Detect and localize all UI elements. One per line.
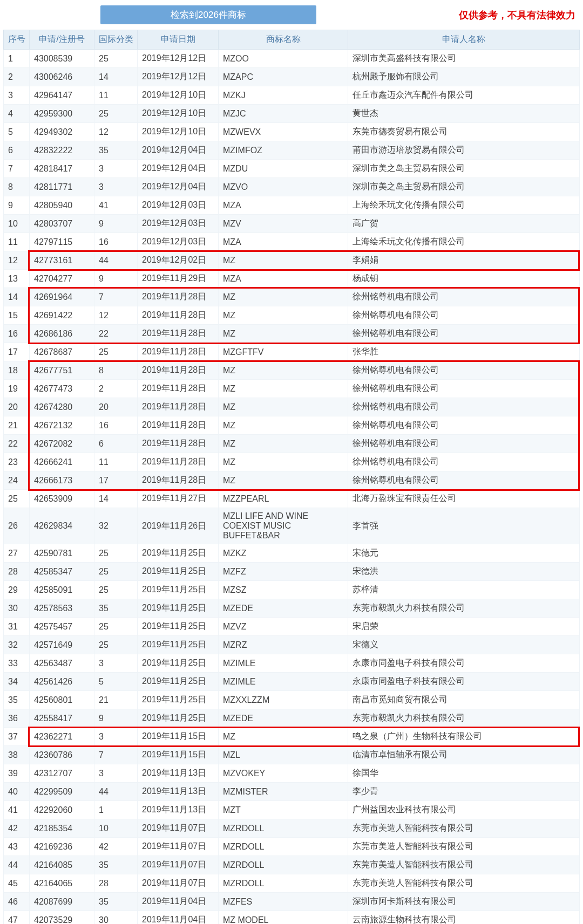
cell-name[interactable]: MZ [219, 306, 348, 325]
cell-name[interactable]: MZVO [219, 178, 348, 196]
cell-name[interactable]: MZEDE [219, 599, 348, 618]
cell-reg[interactable]: 42704277 [30, 270, 94, 288]
cell-name[interactable]: MZOO [219, 50, 348, 68]
cell-reg[interactable]: 42360786 [30, 746, 94, 764]
col-seq[interactable]: 序号 [4, 30, 30, 50]
cell-name[interactable]: MZT [219, 801, 348, 819]
cell-name[interactable]: MZFES [219, 893, 348, 911]
cell-name[interactable]: MZFZ [219, 563, 348, 581]
cell-reg[interactable]: 42811771 [30, 178, 94, 196]
cell-name[interactable]: MZKJ [219, 86, 348, 105]
cell-reg[interactable]: 42691964 [30, 288, 94, 306]
cell-reg[interactable]: 42677751 [30, 361, 94, 380]
cell-reg[interactable]: 42803707 [30, 215, 94, 233]
cell-name[interactable]: MZAPC [219, 68, 348, 86]
cell-reg[interactable]: 42818417 [30, 160, 94, 178]
cell-reg[interactable]: 42590781 [30, 544, 94, 563]
cell-reg[interactable]: 42674280 [30, 398, 94, 416]
cell-name[interactable]: MZGFTFV [219, 343, 348, 361]
cell-reg[interactable]: 42832222 [30, 141, 94, 160]
col-date[interactable]: 申请日期 [138, 30, 219, 50]
cell-name[interactable]: MZEDE [219, 709, 348, 728]
cell-reg[interactable]: 42164085 [30, 856, 94, 874]
cell-name[interactable]: MZA [219, 196, 348, 215]
cell-name[interactable]: MZRDOLL [219, 874, 348, 893]
col-cls[interactable]: 国际分类 [94, 30, 138, 50]
cell-reg[interactable]: 42672132 [30, 416, 94, 435]
cell-name[interactable]: MZJC [219, 105, 348, 123]
cell-reg[interactable]: 42691422 [30, 306, 94, 325]
cell-reg[interactable]: 42964147 [30, 86, 94, 105]
cell-name[interactable]: MZDU [219, 160, 348, 178]
cell-reg[interactable]: 42686186 [30, 325, 94, 343]
col-owner[interactable]: 申请人名称 [348, 30, 580, 50]
cell-name[interactable]: MZIMLE [219, 654, 348, 673]
cell-name[interactable]: MZLI LIFE AND WINE COEXIST MUSIC BUFFET&… [219, 508, 348, 544]
cell-reg[interactable]: 42949302 [30, 123, 94, 141]
cell-name[interactable]: MZXXLZZM [219, 691, 348, 709]
cell-reg[interactable]: 42629834 [30, 508, 94, 544]
cell-name[interactable]: MZA [219, 233, 348, 251]
cell-reg[interactable]: 42672082 [30, 435, 94, 453]
cell-name[interactable]: MZ [219, 453, 348, 471]
cell-reg[interactable]: 42585091 [30, 581, 94, 599]
cell-reg[interactable]: 42312707 [30, 764, 94, 783]
cell-reg[interactable]: 42299509 [30, 783, 94, 801]
cell-name[interactable]: MZ [219, 361, 348, 380]
cell-reg[interactable]: 42797115 [30, 233, 94, 251]
cell-reg[interactable]: 42666173 [30, 471, 94, 490]
cell-reg[interactable]: 42164065 [30, 874, 94, 893]
cell-name[interactable]: MZKZ [219, 544, 348, 563]
col-name[interactable]: 商标名称 [219, 30, 348, 50]
cell-reg[interactable]: 42585347 [30, 563, 94, 581]
cell-name[interactable]: MZ [219, 728, 348, 746]
cell-name[interactable]: MZ [219, 380, 348, 398]
cell-name[interactable]: MZ [219, 471, 348, 490]
cell-reg[interactable]: 42362271 [30, 728, 94, 746]
cell-reg[interactable]: 42185354 [30, 819, 94, 838]
cell-reg[interactable]: 42561426 [30, 673, 94, 691]
cell-name[interactable]: MZSZ [219, 581, 348, 599]
cell-reg[interactable]: 43008539 [30, 50, 94, 68]
cell-name[interactable]: MZ [219, 398, 348, 416]
cell-reg[interactable]: 42578563 [30, 599, 94, 618]
cell-name[interactable]: MZRDOLL [219, 856, 348, 874]
cell-name[interactable]: MZWEVX [219, 123, 348, 141]
cell-name[interactable]: MZV [219, 215, 348, 233]
cell-name[interactable]: MZVZ [219, 618, 348, 636]
cell-name[interactable]: MZ [219, 325, 348, 343]
cell-reg[interactable]: 42677473 [30, 380, 94, 398]
cell-reg[interactable]: 42666241 [30, 453, 94, 471]
cell-reg[interactable]: 42959300 [30, 105, 94, 123]
cell-reg[interactable]: 42560801 [30, 691, 94, 709]
cell-name[interactable]: MZRDOLL [219, 819, 348, 838]
cell-name[interactable]: MZ [219, 288, 348, 306]
cell-name[interactable]: MZZPEARL [219, 490, 348, 508]
cell-reg[interactable]: 43006246 [30, 68, 94, 86]
cell-name[interactable]: MZ [219, 435, 348, 453]
cell-reg[interactable]: 42571649 [30, 636, 94, 654]
cell-name[interactable]: MZ [219, 251, 348, 270]
cell-name[interactable]: MZRZ [219, 636, 348, 654]
cell-reg[interactable]: 42653909 [30, 490, 94, 508]
cell-name[interactable]: MZVOKEY [219, 764, 348, 783]
cell-name[interactable]: MZ MODEL [219, 911, 348, 925]
cell-name[interactable]: MZL [219, 746, 348, 764]
cell-name[interactable]: MZIMLE [219, 673, 348, 691]
cell-name[interactable]: MZ [219, 416, 348, 435]
cell-reg[interactable]: 42558417 [30, 709, 94, 728]
cell-reg[interactable]: 42087699 [30, 893, 94, 911]
cell-reg[interactable]: 42073529 [30, 911, 94, 925]
cell-reg[interactable]: 42292060 [30, 801, 94, 819]
cell-reg[interactable]: 42563487 [30, 654, 94, 673]
cell-name[interactable]: MZA [219, 270, 348, 288]
cell-reg[interactable]: 42678687 [30, 343, 94, 361]
cell-name[interactable]: MZIMFOZ [219, 141, 348, 160]
cell-reg[interactable]: 42169236 [30, 838, 94, 856]
col-reg[interactable]: 申请/注册号 [30, 30, 94, 50]
cell-reg[interactable]: 42575457 [30, 618, 94, 636]
cell-name[interactable]: MZMISTER [219, 783, 348, 801]
cell-name[interactable]: MZRDOLL [219, 838, 348, 856]
cell-reg[interactable]: 42773161 [30, 251, 94, 270]
cell-reg[interactable]: 42805940 [30, 196, 94, 215]
